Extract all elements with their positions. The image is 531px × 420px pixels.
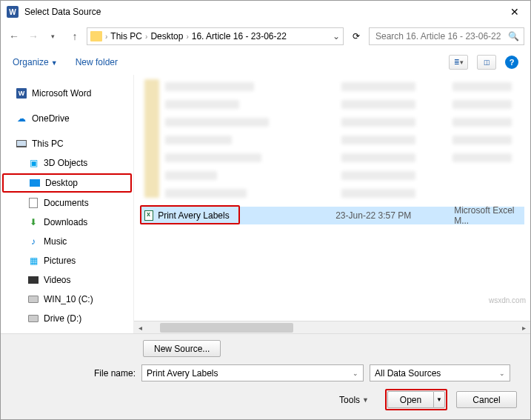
- horizontal-scrollbar[interactable]: ◂ ▸: [134, 321, 530, 333]
- desktop-icon: [29, 177, 41, 189]
- open-button-highlight: Open ▼: [385, 389, 447, 410]
- filename-value: Print Avery Labels: [147, 368, 218, 379]
- chevron-right-icon: ›: [145, 33, 147, 41]
- breadcrumb-desktop[interactable]: Desktop: [150, 31, 183, 41]
- breadcrumb-folder[interactable]: 16. Article 16 - 23-06-22: [192, 31, 287, 41]
- search-box[interactable]: 🔍: [369, 27, 524, 45]
- file-list-area: Print Avery Labels 23-Jun-22 3:57 PM Mic…: [134, 75, 530, 333]
- word-app-icon: W: [7, 6, 19, 18]
- forward-button[interactable]: →: [26, 29, 41, 44]
- documents-icon: [27, 197, 39, 209]
- sidebar-item-word[interactable]: WMicrosoft Word: [1, 84, 133, 103]
- 3d-icon: ▣: [27, 157, 39, 169]
- titlebar: W Select Data Source ✕: [1, 1, 530, 23]
- sidebar-item-desktop[interactable]: Desktop: [2, 173, 132, 193]
- recent-dropdown[interactable]: ▾: [45, 29, 60, 44]
- chevron-right-icon: ›: [186, 33, 188, 41]
- pc-icon: [16, 138, 27, 150]
- preview-pane-button[interactable]: ◫: [477, 55, 496, 70]
- file-list[interactable]: Print Avery Labels 23-Jun-22 3:57 PM Mic…: [134, 75, 530, 321]
- organize-menu[interactable]: Organize▼: [13, 57, 58, 67]
- new-folder-button[interactable]: New folder: [76, 57, 118, 67]
- dialog-title: Select Data Source: [24, 7, 505, 17]
- navigation-bar: ← → ▾ ↑ › This PC › Desktop › 16. Articl…: [1, 23, 530, 50]
- folder-icon: [90, 31, 102, 41]
- new-source-button[interactable]: New Source...: [143, 340, 221, 357]
- back-button[interactable]: ←: [7, 29, 21, 44]
- breadcrumb-bar[interactable]: › This PC › Desktop › 16. Article 16 - 2…: [87, 27, 344, 45]
- sidebar-item-downloads[interactable]: ⬇Downloads: [1, 213, 133, 232]
- tools-menu[interactable]: Tools▼: [339, 395, 369, 405]
- chevron-down-icon: ⌄: [353, 370, 358, 377]
- sidebar-item-onedrive[interactable]: ☁OneDrive: [1, 109, 133, 128]
- toolbar: Organize▼ New folder ≣ ▾ ◫ ?: [1, 50, 530, 75]
- sidebar-item-drive-d[interactable]: Drive (D:): [1, 309, 133, 328]
- sidebar-item-documents[interactable]: Documents: [1, 193, 133, 213]
- filter-value: All Data Sources: [375, 368, 441, 379]
- cancel-button[interactable]: Cancel: [456, 391, 517, 408]
- breadcrumb-chevron[interactable]: ⌄: [333, 31, 340, 41]
- downloads-icon: ⬇: [27, 216, 39, 228]
- breadcrumb-thispc[interactable]: This PC: [110, 31, 142, 41]
- filename-label: File name:: [10, 368, 136, 379]
- file-row-selected[interactable]: Print Avery Labels 23-Jun-22 3:57 PM Mic…: [140, 207, 524, 224]
- drive-icon: [27, 313, 39, 324]
- main-area: WMicrosoft Word ☁OneDrive This PC ▣3D Ob…: [1, 75, 530, 333]
- select-data-source-dialog: W Select Data Source ✕ ← → ▾ ↑ › This PC…: [0, 0, 531, 420]
- open-button[interactable]: Open: [387, 391, 433, 408]
- file-filter-combo[interactable]: All Data Sources ⌄: [370, 364, 510, 381]
- pictures-icon: ▦: [27, 255, 39, 267]
- help-button[interactable]: ?: [505, 56, 518, 69]
- scroll-left-icon[interactable]: ◂: [134, 324, 147, 332]
- filename-combo[interactable]: Print Avery Labels ⌄: [141, 364, 364, 381]
- view-options-button[interactable]: ≣ ▾: [449, 55, 468, 70]
- drive-icon: [27, 293, 39, 305]
- file-date: 23-Jun-22 3:57 PM: [335, 210, 454, 221]
- sidebar-item-pictures[interactable]: ▦Pictures: [1, 251, 133, 270]
- scrollbar-thumb[interactable]: [160, 323, 293, 333]
- sidebar-item-music[interactable]: ♪Music: [1, 232, 133, 251]
- chevron-right-icon: ›: [105, 33, 107, 41]
- sidebar-item-win10[interactable]: WIN_10 (C:): [1, 290, 133, 309]
- selection-highlight: [140, 205, 240, 224]
- search-icon: 🔍: [508, 31, 519, 41]
- up-button[interactable]: ↑: [67, 29, 82, 44]
- onedrive-icon: ☁: [16, 113, 27, 124]
- scroll-right-icon[interactable]: ▸: [518, 324, 530, 332]
- search-input[interactable]: [374, 30, 504, 42]
- close-button[interactable]: ✕: [505, 2, 524, 21]
- sidebar-item-3dobjects[interactable]: ▣3D Objects: [1, 153, 133, 173]
- chevron-down-icon: ⌄: [499, 370, 505, 377]
- sidebar-item-videos[interactable]: Videos: [1, 270, 133, 290]
- videos-icon: [27, 274, 39, 286]
- open-dropdown[interactable]: ▼: [433, 391, 445, 408]
- navigation-tree: WMicrosoft Word ☁OneDrive This PC ▣3D Ob…: [1, 75, 134, 333]
- open-split-button[interactable]: Open ▼: [387, 391, 445, 408]
- music-icon: ♪: [27, 236, 39, 247]
- dialog-footer: New Source... File name: Print Avery Lab…: [1, 333, 530, 419]
- file-type: Microsoft Excel M...: [454, 205, 520, 226]
- sidebar-item-thispc[interactable]: This PC: [1, 134, 133, 153]
- watermark: wsxdn.com: [489, 296, 526, 304]
- excel-file-icon: [144, 210, 153, 221]
- refresh-button[interactable]: ⟳: [348, 28, 364, 44]
